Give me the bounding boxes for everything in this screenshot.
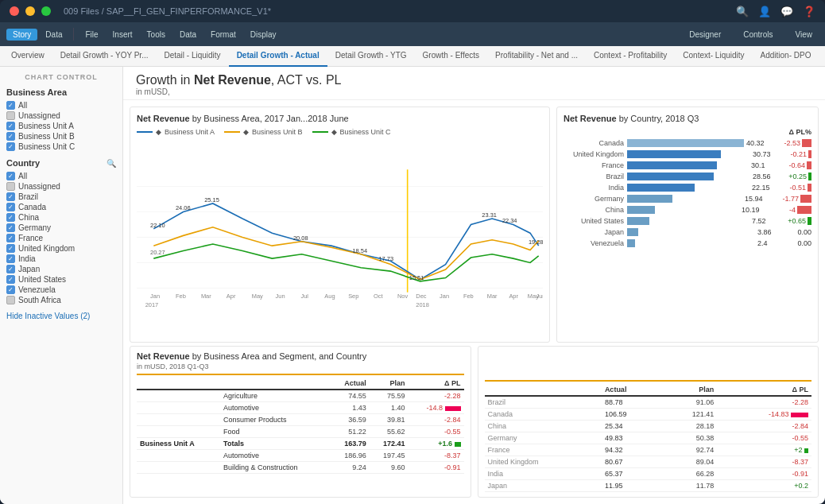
checkbox-country-china[interactable]: ✓ (6, 213, 15, 222)
checkbox-country-us[interactable]: ✓ (6, 275, 15, 284)
bar-delta-uk: -0.21 (777, 150, 807, 158)
file-menu[interactable]: File (79, 29, 104, 41)
table-section: Net Revenue by Business Area and Segment… (130, 346, 819, 498)
checkbox-ba-unit-c[interactable]: ✓ (6, 142, 15, 151)
hide-inactive-link[interactable]: Hide Inactive Values (2) (6, 312, 116, 320)
bar-delta-germany: -1.77 (769, 195, 799, 203)
filter-country-canada[interactable]: ✓ Canada (6, 202, 116, 212)
filter-country-all[interactable]: ✓ All (6, 171, 116, 181)
tab-addition-dpo[interactable]: Addition- DPO (753, 46, 819, 67)
checkbox-country-france[interactable]: ✓ (6, 234, 15, 242)
tab-detail-growth-yoy[interactable]: Detail Growth - YOY Pr... (52, 46, 157, 67)
search-icon[interactable]: 🔍 (736, 6, 749, 17)
checkbox-country-southafrica[interactable] (6, 296, 15, 304)
filter-ba-unassigned[interactable]: Unassigned (6, 110, 116, 121)
maximize-button[interactable] (41, 6, 51, 16)
format-menu[interactable]: Format (204, 29, 242, 41)
checkbox-country-canada[interactable]: ✓ (6, 203, 15, 211)
chat-icon[interactable]: 💬 (780, 6, 793, 17)
checkbox-country-brazil[interactable]: ✓ (6, 192, 15, 201)
checkbox-country-germany[interactable]: ✓ (6, 223, 15, 232)
tools-menu[interactable]: Tools (141, 29, 172, 41)
view-button[interactable]: View (789, 29, 819, 41)
checkbox-ba-all[interactable]: ✓ (6, 101, 15, 110)
svg-text:2017: 2017 (145, 301, 159, 308)
svg-text:Jul: Jul (301, 293, 309, 300)
filter-country-brazil[interactable]: ✓ Brazil (6, 192, 116, 202)
svg-text:Sep: Sep (348, 293, 358, 300)
checkbox-country-unassigned[interactable] (6, 182, 15, 191)
checkbox-country-japan[interactable]: ✓ (6, 265, 15, 273)
bar-chart-panel: Net Revenue by Country, 2018 Q3 Δ PL% Ca… (556, 107, 819, 343)
tab-addition-dso[interactable]: Addition- DSO (819, 46, 825, 67)
tab-profitability[interactable]: Profitability - Net and ... (487, 46, 586, 67)
checkbox-ba-unassigned[interactable] (6, 111, 15, 120)
story-button[interactable]: Story (6, 29, 37, 41)
table-row: United Kingdom 80.67 89.04 -8.37 (485, 456, 812, 468)
filter-country-france[interactable]: ✓ France (6, 233, 116, 243)
filter-ba-unit-a[interactable]: ✓ Business Unit A (6, 121, 116, 131)
filter-country-germany[interactable]: ✓ Germany (6, 223, 116, 233)
close-button[interactable] (10, 6, 19, 16)
checkbox-country-all[interactable]: ✓ (6, 172, 15, 180)
filter-country-southafrica[interactable]: South Africa (6, 295, 116, 305)
bar-row-uk: United Kingdom 30.73 -0.21 (564, 149, 811, 159)
table-row: Canada 106.59 121.41 -14.83 (485, 409, 812, 421)
filter-ba-all[interactable]: ✓ All (6, 100, 116, 110)
filter-country-uk[interactable]: ✓ United Kingdom (6, 243, 116, 254)
svg-text:Nov: Nov (397, 293, 409, 300)
tab-overview[interactable]: Overview (3, 46, 52, 67)
bar-fill-india (627, 184, 695, 192)
display-menu[interactable]: Display (244, 29, 283, 41)
minimize-button[interactable] (25, 6, 35, 16)
window-title: 009 Files / SAP__FI_GEN_FINPERFORMANCE_V… (64, 6, 271, 16)
table-row: Consumer Products 36.59 39.81 -2.84 (137, 414, 464, 426)
tab-detail-growth-actual[interactable]: Detail Growth - Actual (229, 46, 327, 67)
right-table-panel: Actual Plan Δ PL Brazil 88.78 (478, 346, 819, 498)
designer-button[interactable]: Designer (683, 29, 727, 41)
svg-text:2018: 2018 (416, 301, 429, 308)
filter-ba-unit-b[interactable]: ✓ Business Unit B (6, 131, 116, 142)
data-button[interactable]: Data (39, 29, 68, 41)
checkbox-country-india[interactable]: ✓ (6, 254, 15, 263)
bar-row-china: China 10.19 -4 (564, 205, 811, 215)
toolbar-separator (73, 28, 74, 41)
svg-text:Aug: Aug (324, 293, 335, 300)
svg-text:Apr: Apr (227, 293, 236, 300)
data-menu[interactable]: Data (173, 29, 203, 41)
country-search-icon[interactable]: 🔍 (107, 159, 116, 168)
filter-country-china[interactable]: ✓ China (6, 212, 116, 223)
tab-context-liquidity[interactable]: Context- Liquidity (675, 46, 752, 67)
delta-bar-india (808, 184, 811, 192)
svg-text:22.10: 22.10 (150, 222, 165, 229)
filter-ba-unit-c[interactable]: ✓ Business Unit C (6, 142, 116, 152)
filter-country-venezuela[interactable]: ✓ Venezuela (6, 285, 116, 295)
filter-country-india[interactable]: ✓ India (6, 254, 116, 264)
bar-delta-venezuela: 0.00 (781, 239, 811, 247)
legend-unit-b: ◆ Business Unit B (224, 128, 303, 136)
bar-fill-venezuela (627, 239, 635, 247)
help-icon[interactable]: ❓ (803, 6, 815, 17)
controls-button[interactable]: Controls (737, 29, 779, 41)
checkbox-ba-unit-b[interactable]: ✓ (6, 132, 15, 141)
tab-detail-growth-ytg[interactable]: Detail Growth - YTG (327, 46, 415, 67)
left-table-title: Net Revenue by Business Area and Segment… (137, 351, 464, 361)
insert-menu[interactable]: Insert (107, 29, 139, 41)
table-row: Germany 49.83 50.38 -0.55 (485, 432, 812, 444)
tab-detail-liquidity[interactable]: Detail - Liquidity (156, 46, 228, 67)
svg-text:Dec: Dec (416, 293, 427, 300)
tab-growth-effects[interactable]: Growth - Effects (415, 46, 488, 67)
filter-country-unassigned[interactable]: Unassigned (6, 181, 116, 192)
legend-line-b (224, 131, 240, 133)
checkbox-country-uk[interactable]: ✓ (6, 244, 15, 253)
checkbox-country-venezuela[interactable]: ✓ (6, 285, 15, 294)
user-icon[interactable]: 👤 (758, 6, 771, 17)
tab-context-profitability[interactable]: Context - Profitability (586, 46, 675, 67)
checkbox-ba-unit-a[interactable]: ✓ (6, 122, 15, 130)
line-chart-panel: Net Revenue by Business Area, 2017 Jan..… (130, 107, 550, 343)
line-chart-area: 22.10 24.06 25.15 20.27 20.08 18.54 17.7… (137, 139, 543, 335)
filter-country-us[interactable]: ✓ United States (6, 274, 116, 285)
business-area-header: Business Area (6, 87, 116, 97)
filter-country-japan[interactable]: ✓ Japan (6, 264, 116, 274)
svg-text:Jan: Jan (150, 293, 160, 300)
